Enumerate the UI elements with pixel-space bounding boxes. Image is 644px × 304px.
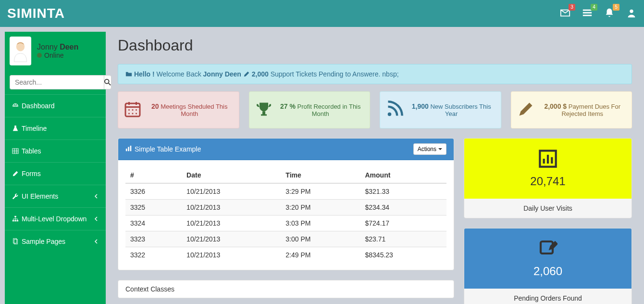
user-icon[interactable] [626,8,637,20]
svg-point-24 [136,109,137,111]
menu-label: Multi-Level Dropdown [22,215,87,223]
brand-logo[interactable]: SIMINTA [7,6,65,21]
nav-icons: 3 4 5 [560,8,637,20]
edit-icon [12,170,19,177]
pencil-icon [243,71,250,77]
dashboard-icon [12,102,19,109]
context-panel: Context Classes [118,280,454,298]
main-content: Dashboard Hello ! Welcome Back Jonny Dee… [111,32,639,304]
trophy-icon [255,101,272,119]
sidebar-item-ui-elements[interactable]: UI Elements [5,185,106,207]
sidebar-menu: DashboardTimelineTablesFormsUI ElementsM… [5,94,106,253]
svg-rect-14 [14,220,16,222]
svg-rect-7 [12,149,18,154]
svg-point-28 [388,113,392,116]
alert-hello: Hello ! [134,70,155,78]
svg-point-27 [136,113,137,114]
svg-rect-2 [583,14,592,16]
chevron-left-icon [94,192,99,200]
table-row: 332410/21/20133:03 PM$724.17 [125,215,446,231]
chevron-left-icon [94,215,99,223]
card-text: 1,900 New Subscribers This Year [408,102,495,117]
sidebar-item-timeline[interactable]: Timeline [5,117,106,139]
stat-label: Daily User Visits [464,199,632,218]
sitemap-icon [12,215,19,222]
svg-rect-15 [17,220,19,222]
table-row: 332310/21/20133:00 PM$23.71 [125,231,446,247]
table-panel: Simple Table Example Actions #DateTimeAm… [118,138,454,270]
menu-label: Timeline [22,125,47,132]
page-title: Dashboard [118,37,632,54]
stat-number: 20,741 [469,175,627,188]
search-input[interactable] [10,75,104,89]
summary-card: 1,900 New Subscribers This Year [380,91,501,128]
svg-rect-31 [130,145,132,151]
bar-chart-icon [125,145,132,153]
stat-number: 2,060 [469,265,627,278]
table-icon [12,148,19,154]
svg-point-5 [105,79,109,84]
mail-icon[interactable]: 3 [560,8,570,20]
rss-icon [386,101,403,119]
stat-box: 20,741Daily User Visits [464,138,632,218]
menu-label: Tables [22,147,41,155]
alert-name: Jonny Deen [203,70,241,78]
svg-point-4 [16,42,25,51]
menu-label: UI Elements [22,192,58,200]
svg-point-23 [132,109,134,111]
pencil-icon [517,101,534,119]
context-title: Context Classes [125,285,174,293]
svg-rect-12 [14,216,16,217]
sidebar-item-forms[interactable]: Forms [5,163,106,185]
user-name: Jonny Deen [37,43,78,51]
summary-cards: 20 Meetings Sheduled This Month27 % Prof… [118,91,632,128]
actions-button[interactable]: Actions [413,143,446,155]
stats-column: 20,741Daily User Visits2,060Pending Orde… [464,138,632,304]
sidebar: Jonny Deen Online DashboardTimelineTable… [5,32,106,304]
svg-point-22 [128,109,130,111]
welcome-alert: Hello ! Welcome Back Jonny Deen 2,000 Su… [118,64,632,84]
flask-icon [12,125,19,132]
svg-rect-30 [128,147,129,151]
sidebar-item-multi-level-dropdown[interactable]: Multi-Level Dropdown [5,208,106,230]
table-row: 332610/21/20133:29 PM$321.33 [125,183,446,200]
bell-icon[interactable]: 5 [604,8,615,20]
card-text: 27 % Profit Recorded in This Month [277,102,364,117]
alert-tickets: 2,000 [252,70,269,78]
stat-label: Pending Orders Found [464,289,632,304]
sidebar-item-dashboard[interactable]: Dashboard [5,95,106,117]
caret-icon [438,148,442,150]
files-icon [12,238,19,245]
svg-point-25 [128,113,130,114]
user-status: Online [37,51,78,59]
menu-label: Dashboard [22,102,55,110]
calendar-icon [124,101,141,119]
sidebar-item-tables[interactable]: Tables [5,140,106,162]
svg-rect-13 [12,220,14,222]
panel-title: Simple Table Example [125,145,201,153]
edit-box-icon [469,239,627,260]
wrench-icon [12,193,19,200]
mail-badge: 3 [569,4,575,11]
table-header: Amount [360,167,446,183]
bell-badge: 5 [613,4,619,11]
avatar [10,37,31,65]
table-header: # [125,167,182,183]
svg-point-3 [630,9,633,13]
card-text: 20 Meetings Sheduled This Month [146,102,233,117]
svg-point-26 [132,113,134,114]
summary-card: 2,000 $ Payment Dues For Rejected Items [511,91,632,128]
card-text: 2,000 $ Payment Dues For Rejected Items [539,102,626,117]
search-form [5,70,106,94]
table-row: 332210/21/20132:49 PM$8345.23 [125,247,446,263]
table-header: Date [182,167,281,183]
table-row: 332510/21/20133:20 PM$234.34 [125,200,446,215]
table-header: Time [281,167,360,183]
tasks-icon[interactable]: 4 [582,8,593,20]
summary-card: 20 Meetings Sheduled This Month [118,91,239,128]
sidebar-item-sample-pages[interactable]: Sample Pages [5,230,106,253]
menu-label: Sample Pages [22,238,65,245]
svg-rect-29 [126,149,127,151]
tasks-badge: 4 [591,4,597,11]
stat-box: 2,060Pending Orders Found [464,228,632,304]
